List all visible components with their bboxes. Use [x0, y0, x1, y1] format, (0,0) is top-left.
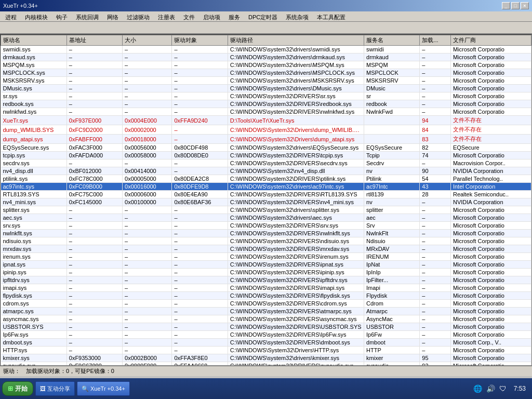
- table-cell: C:\WINDOWS\system32\DRIVERS\Ip6Fw.sys: [228, 331, 364, 339]
- restore-button[interactable]: □: [511, 2, 520, 9]
- menu-item-6[interactable]: 注册表: [154, 12, 179, 21]
- menu-item-8[interactable]: 启动项: [199, 12, 224, 21]
- table-cell: –: [420, 159, 451, 167]
- table-row[interactable]: dump_WMILIB.SYS0xFC9D20000x00002000–C:\W…: [1, 125, 531, 135]
- menu-item-3[interactable]: 系统回调: [72, 12, 103, 21]
- driver-table-container[interactable]: 驱动名 基地址 大小 驱动对象 驱动路径 服务名 加载... 文件厂商 swmi…: [0, 34, 532, 366]
- table-cell: Microsoft Corporatio: [450, 152, 531, 159]
- table-row[interactable]: nwlnkflt.sys–––C:\WINDOWS\system32\DRIVE…: [1, 230, 531, 237]
- table-row[interactable]: imapi.sys–––C:\WINDOWS\system32\DRIVERS\…: [1, 284, 531, 292]
- table-cell: IRENUM: [364, 253, 420, 261]
- col-header-baseaddr[interactable]: 基地址: [66, 35, 122, 46]
- table-row[interactable]: EQSysSecure.sys0xFAC3F0000x000560000x80C…: [1, 144, 531, 152]
- table-row[interactable]: splitter.sys–––C:\WINDOWS\system32\drive…: [1, 206, 531, 214]
- table-row[interactable]: ndisuio.sys–––C:\WINDOWS\system32\DRIVER…: [1, 237, 531, 245]
- table-row[interactable]: HTTP.sys–––C:\WINDOWS\System32\Drivers\H…: [1, 347, 531, 354]
- table-row[interactable]: DMusic.sys–––C:\WINDOWS\system32\drivers…: [1, 85, 531, 92]
- table-row[interactable]: nwlnkfwd.sys–––C:\WINDOWS\system32\DRIVE…: [1, 108, 531, 116]
- col-header-driverpath[interactable]: 驱动路径: [228, 35, 364, 46]
- table-cell: Microsoft Corporatio: [450, 108, 531, 116]
- menu-item-0[interactable]: 进程: [1, 12, 21, 21]
- table-row[interactable]: nv4_disp.dll0xBF0120000x00414000–C:\WIND…: [1, 167, 531, 175]
- menu-item-2[interactable]: 钩子: [52, 12, 72, 21]
- menu-item-11[interactable]: 系统杂项: [282, 12, 313, 21]
- table-cell: redbook.sys: [1, 100, 67, 108]
- table-cell: –: [172, 261, 228, 269]
- menu-item-1[interactable]: 内核模块: [21, 12, 52, 21]
- table-row[interactable]: dump_atapi.sys0xFABFF0000x00018000–C:\WI…: [1, 135, 531, 144]
- taskbar-app-share[interactable]: 🖼 互动分享: [35, 381, 75, 396]
- table-row[interactable]: atmarpc.sys–––C:\WINDOWS\system32\DRIVER…: [1, 308, 531, 315]
- table-row[interactable]: tcpip.sys0xFAFDA0000x000580000x80D08DE0C…: [1, 152, 531, 159]
- table-row[interactable]: ipinip.sys–––C:\WINDOWS\system32\DRIVERS…: [1, 269, 531, 276]
- table-row[interactable]: secdrv.sys–––C:\WINDOWS\system32\DRIVERS…: [1, 159, 531, 167]
- table-row[interactable]: asyncmac.sys–––C:\WINDOWS\system32\DRIVE…: [1, 315, 531, 323]
- table-row[interactable]: irenum.sys–––C:\WINDOWS\system32\DRIVERS…: [1, 253, 531, 261]
- table-cell: rtl8139: [364, 191, 420, 198]
- col-header-loadorder[interactable]: 加载...: [420, 35, 451, 46]
- menu-item-10[interactable]: DPC定时器: [244, 12, 282, 21]
- table-row[interactable]: ptilink.sys0xFC78C0000x000050000x80DEA2C…: [1, 175, 531, 183]
- table-cell: Microsoft Corporatio: [450, 85, 531, 92]
- close-button[interactable]: ×: [521, 2, 529, 9]
- table-row[interactable]: swmidi.sys–––C:\WINDOWS\system32\drivers…: [1, 46, 531, 54]
- table-cell: –: [123, 245, 172, 253]
- table-row[interactable]: nv4_mini.sys0xFC1450000x001000000x80E6BA…: [1, 198, 531, 206]
- table-row[interactable]: Ip6Fw.sys–––C:\WINDOWS\system32\DRIVERS\…: [1, 331, 531, 339]
- table-cell: Atmarpc: [364, 308, 420, 315]
- table-cell: –: [123, 323, 172, 331]
- table-cell: C:\WINDOWS\system32\drivers\MSKSRSRV.sys: [228, 77, 364, 85]
- table-row[interactable]: XueTr.sys0xF937E0000x0004E0000xFFA9D240D…: [1, 116, 531, 125]
- table-cell: C:\WINDOWS\system32\drivers\swmidi.sys: [228, 46, 364, 54]
- menu-item-9[interactable]: 服务: [224, 12, 244, 21]
- table-row[interactable]: MSPQM.sys–––C:\WINDOWS\system32\drivers\…: [1, 61, 531, 69]
- table-cell: –: [66, 77, 122, 85]
- table-row[interactable]: aec.sys–––C:\WINDOWS\system32\drivers\ae…: [1, 214, 531, 222]
- table-row[interactable]: sr.sys–––C:\WINDOWS\system32\DRIVERS\sr.…: [1, 92, 531, 100]
- table-row[interactable]: cdrom.sys–––C:\WINDOWS\system32\DRIVERS\…: [1, 300, 531, 308]
- table-cell: –: [66, 230, 122, 237]
- xuetr-label: XueTr +0.34+: [90, 385, 125, 392]
- col-header-vendor[interactable]: 文件厂商: [450, 35, 531, 46]
- table-row[interactable]: sysaudio.sys0xF9C670000x0000F0000xFFAA96…: [1, 362, 531, 366]
- table-cell: –: [420, 300, 451, 308]
- table-row[interactable]: redbook.sys–––C:\WINDOWS\system32\DRIVER…: [1, 100, 531, 108]
- table-row[interactable]: flpydisk.sys–––C:\WINDOWS\system32\DRIVE…: [1, 292, 531, 300]
- table-row[interactable]: mrxdav.sys–––C:\WINDOWS\system32\DRIVERS…: [1, 245, 531, 253]
- menu-item-12[interactable]: 本工具配置: [313, 12, 350, 21]
- table-row[interactable]: MSKSRSRV.sys–––C:\WINDOWS\system32\drive…: [1, 77, 531, 85]
- table-row[interactable]: ipnat.sys–––C:\WINDOWS\system32\DRIVERS\…: [1, 261, 531, 269]
- col-header-size[interactable]: 大小: [123, 35, 172, 46]
- table-row[interactable]: MSPCLOCK.sys–––C:\WINDOWS\system32\drive…: [1, 69, 531, 77]
- menu-item-7[interactable]: 文件: [179, 12, 199, 21]
- table-row[interactable]: drmkaud.sys–––C:\WINDOWS\system32\driver…: [1, 54, 531, 61]
- taskbar-app-xuetr[interactable]: 🔍 XueTr +0.34+: [77, 381, 130, 396]
- minimize-button[interactable]: _: [502, 2, 510, 9]
- table-cell: Microsoft Corporatio: [450, 230, 531, 237]
- table-cell: C:\WINDOWS\system32\DRIVERS\asyncmac.sys: [228, 315, 364, 323]
- table-cell: sysaudio.sys: [1, 362, 67, 366]
- col-header-servicename[interactable]: 服务名: [364, 35, 420, 46]
- table-row[interactable]: ac97intc.sys0xFC09B0000x000160000x80DFE9…: [1, 183, 531, 191]
- table-row[interactable]: ipfltdrv.sys–––C:\WINDOWS\system32\DRIVE…: [1, 276, 531, 284]
- col-header-driverobj[interactable]: 驱动对象: [172, 35, 228, 46]
- start-button[interactable]: ⊞ 开始: [2, 381, 33, 396]
- table-cell: Microsoft Corporatio: [450, 269, 531, 276]
- table-row[interactable]: RTL8139.SYS0xFC75C0000x000060000x80E4EA9…: [1, 191, 531, 198]
- table-row[interactable]: dmboot.sys–––C:\WINDOWS\system32\DRIVERS…: [1, 339, 531, 347]
- table-cell: MSPQM: [364, 61, 420, 69]
- menu-item-5[interactable]: 过滤驱动: [123, 12, 154, 21]
- table-cell: –: [66, 85, 122, 92]
- table-row[interactable]: USBSTOR.SYS–––C:\WINDOWS\system32\DRIVER…: [1, 323, 531, 331]
- col-header-drivername[interactable]: 驱动名: [1, 35, 67, 46]
- table-cell: Microsoft Corporatio: [450, 308, 531, 315]
- menu-item-4[interactable]: 网络: [103, 12, 123, 21]
- table-cell: –: [66, 214, 122, 222]
- table-cell: –: [123, 300, 172, 308]
- table-cell: C:\WINDOWS\system32\DRIVERS\tcpip.sys: [228, 152, 364, 159]
- table-cell: C:\WINDOWS\system32\DRIVERS\USBSTOR.SYS: [228, 323, 364, 331]
- table-row[interactable]: srv.sys–––C:\WINDOWS\system32\DRIVERS\sr…: [1, 222, 531, 230]
- table-cell: –: [420, 206, 451, 214]
- table-row[interactable]: kmixer.sys0xF93530000x0002B0000xFFA3F8E0…: [1, 354, 531, 362]
- table-cell: –: [172, 108, 228, 116]
